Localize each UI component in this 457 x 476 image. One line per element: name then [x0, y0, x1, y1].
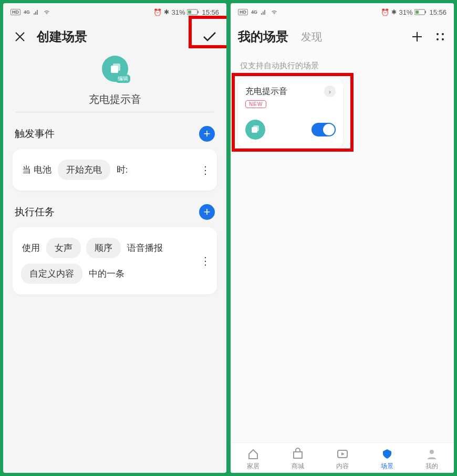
edit-badge: 编辑 — [116, 75, 130, 83]
nav-content[interactable]: 内容 — [327, 447, 358, 471]
svg-rect-4 — [113, 64, 120, 71]
divider — [16, 112, 214, 112]
battery-pct: 31% — [171, 8, 185, 16]
clock-text: 15:56 — [429, 8, 446, 16]
screen-my-scenes: HD 4G ⏰ ✱ 31% 15:56 我的场景 发现 仅支持自动执行的场景 充… — [231, 3, 454, 473]
nav-home[interactable]: 家居 — [237, 447, 269, 471]
task-card[interactable]: 使用 女声 顺序 语音播报 自定义内容 中的一条 ⋮ — [13, 227, 217, 294]
nav-scene[interactable]: 场景 — [371, 447, 403, 471]
chevron-right-icon[interactable]: › — [324, 86, 336, 97]
svg-rect-13 — [253, 125, 259, 131]
trigger-section: 触发事件 + 当 电池 开始充电 时: ⋮ — [3, 124, 226, 202]
battery-icon — [414, 9, 427, 15]
new-badge: NEW — [245, 100, 266, 108]
trigger-chip-start-charge[interactable]: 开始充电 — [58, 160, 110, 180]
header: 创建场景 — [3, 19, 226, 51]
add-scene-button[interactable] — [408, 27, 427, 46]
bluetooth-icon: ✱ — [391, 8, 397, 16]
scene-type-icon — [245, 120, 265, 140]
net-4g: 4G — [23, 9, 31, 15]
net-4g: 4G — [250, 9, 258, 15]
svg-rect-7 — [416, 10, 419, 14]
add-task-button[interactable]: + — [199, 204, 215, 220]
more-menu-button[interactable] — [434, 27, 446, 46]
svg-rect-2 — [188, 10, 191, 14]
wifi-icon — [43, 9, 51, 15]
scene-icon[interactable]: 编辑 — [102, 56, 128, 82]
tab-discover[interactable]: 发现 — [301, 30, 322, 44]
wifi-icon — [270, 9, 278, 15]
scene-icon — [380, 447, 394, 461]
trigger-title: 触发事件 — [15, 127, 55, 141]
alarm-icon: ⏰ — [153, 8, 162, 16]
svg-point-9 — [442, 33, 444, 35]
statusbar: HD 4G ⏰ ✱ 31% 15:56 — [231, 3, 454, 19]
page-title: 我的场景 — [238, 28, 288, 45]
task-text-oneitem: 中的一条 — [88, 266, 126, 282]
battery-icon — [187, 9, 200, 15]
bluetooth-icon: ✱ — [164, 8, 169, 16]
trigger-text-when: 当 电池 — [21, 162, 53, 178]
nav-scene-label: 场景 — [381, 462, 393, 471]
task-text-broadcast: 语音播报 — [126, 240, 164, 256]
nav-mine[interactable]: 我的 — [416, 447, 448, 471]
svg-point-10 — [437, 38, 439, 40]
hd-badge: HD — [11, 9, 20, 15]
nav-home-label: 家居 — [247, 462, 259, 471]
task-more-button[interactable]: ⋮ — [200, 255, 210, 267]
nav-mall-label: 商城 — [292, 462, 304, 471]
screen-create-scene: HD 4G ⏰ ✱ 31% 15:56 创建场景 编辑 充电提示音 — [3, 3, 226, 473]
scene-name[interactable]: 充电提示音 — [3, 87, 226, 112]
svg-point-15 — [430, 450, 434, 454]
task-text-use: 使用 — [21, 240, 41, 256]
nav-content-label: 内容 — [336, 462, 349, 471]
task-title: 执行任务 — [15, 205, 55, 219]
task-chip-custom[interactable]: 自定义内容 — [21, 263, 82, 284]
bottom-nav: 家居 商城 内容 场景 我的 — [231, 442, 454, 473]
scene-card-title: 充电提示音 — [245, 86, 287, 97]
nav-mall[interactable]: 商城 — [282, 447, 314, 471]
add-trigger-button[interactable]: + — [199, 126, 215, 142]
scene-icon-area[interactable]: 编辑 — [3, 51, 226, 87]
scene-toggle[interactable] — [311, 123, 336, 136]
close-button[interactable] — [11, 27, 29, 46]
battery-pct: 31% — [399, 8, 412, 16]
header: 我的场景 发现 — [231, 19, 454, 51]
svg-rect-1 — [198, 11, 199, 13]
scene-card[interactable]: 充电提示音 › NEW — [238, 78, 343, 148]
statusbar: HD 4G ⏰ ✱ 31% 15:56 — [3, 3, 226, 19]
home-icon — [246, 447, 260, 461]
confirm-button[interactable] — [200, 27, 219, 46]
task-chip-order[interactable]: 顺序 — [86, 238, 121, 258]
svg-point-11 — [442, 38, 444, 40]
signal-icon — [33, 9, 40, 15]
auto-only-hint: 仅支持自动执行的场景 — [231, 51, 454, 76]
svg-rect-6 — [425, 11, 426, 13]
alarm-icon: ⏰ — [381, 8, 389, 16]
hd-badge: HD — [238, 9, 248, 15]
task-section: 执行任务 + 使用 女声 顺序 语音播报 自定义内容 中的一条 ⋮ — [3, 202, 226, 306]
mall-icon — [291, 447, 305, 461]
mine-icon — [425, 447, 439, 461]
clock-text: 15:56 — [202, 8, 219, 16]
task-chip-voice[interactable]: 女声 — [46, 238, 81, 258]
signal-icon — [261, 9, 268, 15]
content-icon — [336, 447, 349, 461]
svg-point-8 — [437, 33, 439, 35]
nav-mine-label: 我的 — [425, 462, 438, 471]
page-title: 创建场景 — [37, 28, 87, 45]
trigger-card[interactable]: 当 电池 开始充电 时: ⋮ — [13, 149, 217, 191]
trigger-more-button[interactable]: ⋮ — [200, 164, 210, 176]
trigger-text-then: 时: — [116, 162, 129, 178]
